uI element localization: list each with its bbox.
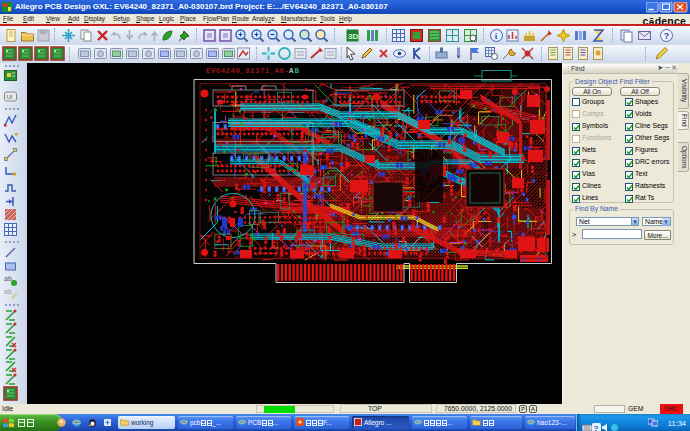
svg-text:ab: ab: [4, 275, 12, 282]
svg-text:A: A: [289, 67, 294, 75]
svg-text:?: ?: [663, 31, 669, 41]
svg-text:3D: 3D: [348, 32, 358, 41]
svg-text:UI: UI: [7, 94, 13, 100]
svg-text:EV64240_82371_A0-: EV64240_82371_A0-: [206, 67, 289, 75]
svg-text:ab: ab: [4, 288, 12, 295]
svg-text:B: B: [295, 67, 300, 75]
svg-text:?: ?: [594, 424, 599, 431]
